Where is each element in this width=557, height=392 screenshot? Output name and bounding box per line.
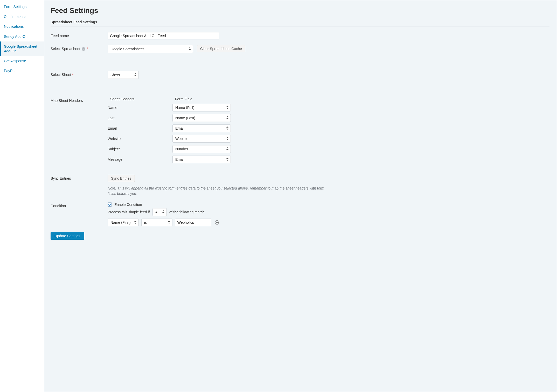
label-sync-entries: Sync Entries <box>51 175 108 180</box>
sheet-select[interactable]: Sheet1 <box>108 71 139 79</box>
required-marker: * <box>72 73 73 77</box>
label-select-sheet: Select Sheet * <box>51 71 108 77</box>
map-header-label: Subject <box>108 147 172 151</box>
label-map-headers: Map Sheet Headers <box>51 97 108 103</box>
enable-condition-label: Enable Condition <box>114 202 142 207</box>
map-col-sheet-headers: Sheet Headers <box>110 97 175 101</box>
map-field-select[interactable]: Email <box>172 124 231 132</box>
sidebar-item-notifications[interactable]: Notifications <box>0 22 44 31</box>
condition-field-select[interactable]: Name (First) <box>108 219 139 226</box>
map-field-select[interactable]: Name (Full) <box>172 104 231 111</box>
sidebar-item-getresponse[interactable]: GetResponse <box>0 56 44 66</box>
condition-prefix-text: Process this simple feed if <box>108 210 151 214</box>
map-header-label: Email <box>108 126 172 130</box>
map-header-label: Name <box>108 106 172 110</box>
label-feed-name: Feed name <box>51 32 108 38</box>
map-row: Subject Number <box>108 145 549 153</box>
section-title: Spreadsheet Feed Settings <box>51 20 549 26</box>
map-row: Name Name (Full) <box>108 104 549 111</box>
sidebar-item-form-settings[interactable]: Form Settings <box>0 2 44 12</box>
help-icon[interactable]: ? <box>82 47 85 51</box>
sidebar-item-google-spreadsheet-add-on[interactable]: Google Spreadsheet Add-On <box>0 41 44 56</box>
sync-note: Note: This will append all the existing … <box>108 186 331 197</box>
sidebar-item-sendy-add-on[interactable]: Sendy Add-On <box>0 32 44 41</box>
condition-operator-select[interactable]: is <box>141 219 172 226</box>
add-condition-icon[interactable] <box>215 220 219 225</box>
map-row: Last Name (Last) <box>108 114 549 122</box>
map-field-select[interactable]: Name (Last) <box>172 114 231 122</box>
map-field-select[interactable]: Email <box>172 156 231 163</box>
label-select-spreadsheet: Select Spreasheet ? * <box>51 45 108 51</box>
enable-condition-checkbox[interactable] <box>108 202 112 207</box>
clear-spreadsheet-cache-button[interactable]: Clear Spreadsheet Cache <box>197 45 245 52</box>
main-content: Feed Settings Spreadsheet Feed Settings … <box>44 0 557 392</box>
page-title: Feed Settings <box>51 6 549 15</box>
sidebar: Form Settings Confirmations Notification… <box>0 0 44 392</box>
map-header-label: Message <box>108 157 172 162</box>
map-row: Website Website <box>108 135 549 143</box>
label-condition: Condition <box>51 202 108 208</box>
condition-value-input[interactable] <box>175 219 211 226</box>
sidebar-item-confirmations[interactable]: Confirmations <box>0 12 44 22</box>
required-marker: * <box>87 47 88 51</box>
map-row: Message Email <box>108 156 549 163</box>
map-header-label: Website <box>108 137 172 141</box>
condition-match-select[interactable]: All <box>152 208 167 216</box>
sidebar-item-paypal[interactable]: PayPal <box>0 66 44 76</box>
feed-name-input[interactable] <box>108 32 219 39</box>
map-col-form-field: Form Field <box>175 97 192 101</box>
map-header-label: Last <box>108 116 172 120</box>
sync-entries-button[interactable]: Sync Entries <box>108 175 135 182</box>
map-field-select[interactable]: Number <box>172 145 231 153</box>
update-settings-button[interactable]: Update Settings <box>51 232 84 240</box>
map-row: Email Email <box>108 124 549 132</box>
spreadsheet-select[interactable]: Google Spreadsheet <box>108 45 193 53</box>
condition-suffix-text: of the following match: <box>168 210 207 214</box>
map-field-select[interactable]: Website <box>172 135 231 143</box>
